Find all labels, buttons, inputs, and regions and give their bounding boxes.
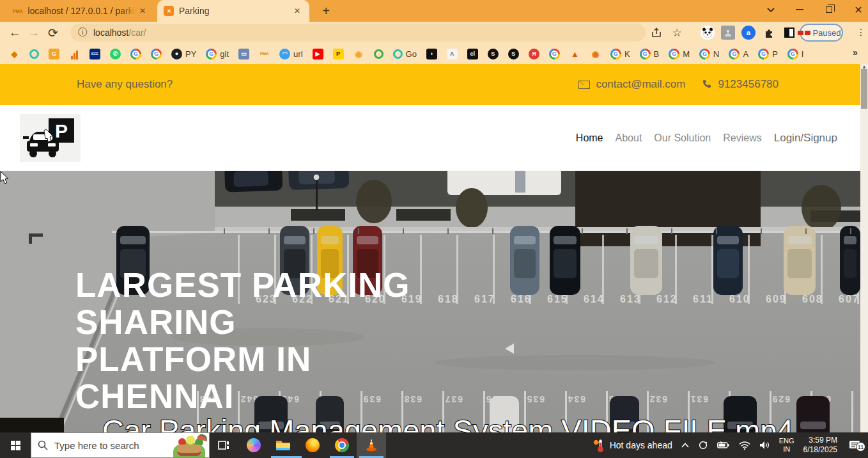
nav-item-home[interactable]: Home [576,132,603,144]
camera-bookmark[interactable]: ◉ [353,49,364,59]
close-button[interactable]: ✕ [844,0,868,19]
scihub-2-icon: S [508,49,519,59]
google-b-bookmark[interactable]: GB [640,49,660,59]
eye-bookmark[interactable]: ◉ [590,49,601,59]
tab-search-chevron-icon[interactable] [756,0,786,19]
google-k-bookmark[interactable]: GK [610,49,630,59]
headline-line: LARGEST PARKING [75,267,410,304]
copilot-button[interactable] [239,432,268,458]
firefox-button[interactable] [298,432,327,458]
site-topbar: Have any question? contact@mail.com 9123… [0,64,860,105]
clock[interactable]: 3:59 PM 6/18/2025 [803,436,837,455]
xampp-icon: ✕ [164,6,174,16]
battery-icon[interactable] [717,441,730,449]
phone-icon [702,79,712,90]
svg-text:P: P [54,120,67,141]
google-git-bookmark[interactable]: Ggit [206,49,229,59]
downloader-icon [798,31,803,35]
google-m-bookmark[interactable]: GM [669,49,690,59]
a-extension-icon[interactable]: a [741,26,756,40]
nav-item-login-signup[interactable]: Login/Signup [774,132,837,145]
url-arc-bookmark[interactable]: ◠url [279,49,302,59]
google-k-icon: G [610,49,621,59]
topbar-email[interactable]: contact@mail.com [578,78,685,91]
wifi-icon[interactable] [739,441,750,450]
tab-phpmyadmin[interactable]: PMA localhost / 127.0.0.1 / parking / a … [6,0,155,22]
share-icon[interactable] [649,26,663,40]
google-a-label: A [743,49,748,59]
start-button[interactable] [0,432,31,458]
blue-box-bookmark[interactable]: ▭ [238,49,249,59]
forward-icon[interactable]: → [24,24,43,42]
nav-item-reviews[interactable]: Reviews [723,132,761,144]
youtube-bookmark[interactable]: ▶ [313,49,323,59]
google-1-bookmark[interactable]: G [130,49,141,59]
orange-g-box-bookmark[interactable]: G [49,49,59,59]
google-git-icon: G [206,49,217,59]
matlab-bookmark[interactable]: ▲ [570,49,580,59]
file-explorer-button[interactable] [268,432,298,458]
scrollbar[interactable]: ▲ [860,64,868,432]
hidden-icons-chevron[interactable] [681,443,689,448]
cl-bookmark[interactable]: cl [467,49,478,59]
site-logo[interactable]: P [20,114,81,162]
google-p-icon: G [758,49,769,59]
reload-icon[interactable]: ⟳ [43,24,63,42]
search-icon [38,440,48,450]
p-yellow-bookmark[interactable]: P [333,49,344,59]
topbar-phone[interactable]: 9123456780 [702,78,779,91]
downloader-paused-badge[interactable]: Paused [800,24,843,42]
scrollbar-thumb[interactable] [861,69,867,109]
bookmarks-overflow-chevron[interactable]: » [853,47,858,58]
search-highlight-image[interactable] [169,433,209,457]
weather-widget[interactable]: Hot days ahead [594,439,672,452]
scihub-2-bookmark[interactable]: S [508,49,519,59]
scihub-1-bookmark[interactable]: S [488,49,499,59]
new-tab-button[interactable]: + [318,3,334,19]
vlc-button[interactable] [357,432,386,458]
google-i-bookmark[interactable]: GI [787,49,804,59]
google-2-bookmark[interactable]: G [151,49,162,59]
reader-extension-icon[interactable] [782,26,796,40]
notification-center-button[interactable]: 11 [846,440,863,450]
restore-button[interactable] [814,0,844,19]
teal-ring-bookmark[interactable] [29,49,39,59]
google-p-bookmark[interactable]: GP [758,49,778,59]
task-view-button[interactable] [210,432,239,458]
google-n-bookmark[interactable]: GN [699,49,719,59]
bookmark-star-icon[interactable]: ☆ [670,26,684,40]
back-icon[interactable]: ← [5,24,24,42]
minimize-button[interactable] [785,0,814,19]
diamond-bookmark[interactable]: ◆ [9,49,20,59]
web-page: Have any question? contact@mail.com 9123… [0,64,860,432]
taskbar-search-input[interactable]: Type here to search [31,432,210,458]
go-teal-bookmark[interactable]: Go [393,49,417,59]
profile-extension-icon[interactable] [721,26,735,40]
ieee-bookmark[interactable]: IEEE [89,49,100,59]
extensions-puzzle-icon[interactable] [762,26,776,40]
phpmyadmin-bookmark[interactable]: PMA [259,49,270,59]
chrome-button[interactable] [327,432,357,458]
nav-item-about[interactable]: About [616,132,642,144]
nav-item-our-solution[interactable]: Our Solution [654,132,711,144]
yandex-bookmark[interactable]: Я [529,49,539,59]
tab-close-icon[interactable]: ✕ [137,5,148,17]
analytics-bars-bookmark[interactable] [69,49,80,59]
eye-icon: ◉ [590,49,601,59]
skater-bookmark[interactable]: Λ [447,49,458,59]
whatsapp-bookmark[interactable]: ✆ [110,49,121,59]
github-py-bookmark[interactable]: ●PY [171,49,196,59]
site-info-icon[interactable]: ⓘ [78,27,87,38]
address-bar[interactable]: ⓘ localhost/car/ [70,24,646,42]
seagull-bookmark[interactable]: ◗ [426,49,437,59]
google-a-bookmark[interactable]: GA [729,49,748,59]
language-indicator[interactable]: ENG IN [779,437,794,454]
browser-menu-icon[interactable]: ⋮ [856,27,865,37]
volume-icon[interactable] [759,441,770,450]
green-ring-bookmark[interactable] [374,49,384,59]
google-3-bookmark[interactable]: G [549,49,560,59]
panda-extension-icon[interactable] [701,26,715,40]
tab-close-icon[interactable]: ✕ [291,5,303,17]
meet-now-icon[interactable] [698,440,708,450]
tab-parking[interactable]: ✕ Parking ✕ [157,0,309,22]
